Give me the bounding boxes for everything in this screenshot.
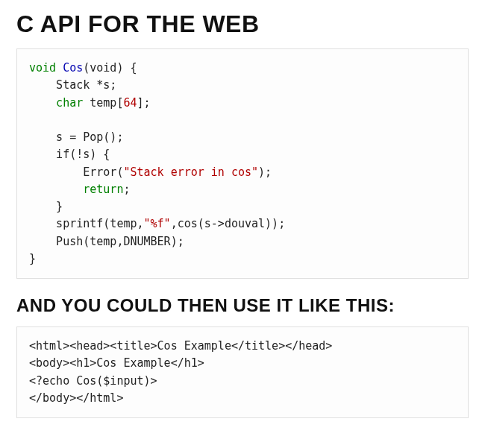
code-line: } [29,200,63,213]
code-token-string: "%f" [144,217,171,230]
code-token-keyword: char [29,96,83,110]
code-token: (void) { [83,61,137,75]
code-line: Stack *s; [29,78,116,92]
code-token-string: "Stack error in cos" [123,165,258,179]
code-token-keyword: void [29,61,56,75]
code-token: ; [123,183,130,196]
code-token: ,cos(s->douval)); [171,217,286,230]
code-token: ); [258,165,272,179]
code-line: if(!s) { [29,148,110,161]
code-token: sprintf(temp, [29,217,144,230]
code-token-number: 64 [123,96,137,110]
code-line: Push(temp,DNUMBER); [29,235,184,248]
code-line: <?echo Cos($input)> [29,374,157,388]
code-block-c: void Cos(void) { Stack *s; char temp[64]… [16,48,469,279]
section-title: AND YOU COULD THEN USE IT LIKE THIS: [16,295,469,316]
code-token: temp[ [83,96,123,110]
code-line: s = Pop(); [29,130,123,144]
code-token: ]; [137,96,151,110]
page: C API FOR THE WEB void Cos(void) { Stack… [0,0,485,441]
code-token-keyword: return [29,183,123,196]
code-token-function: Cos [63,61,83,75]
page-title: C API FOR THE WEB [16,10,469,38]
code-block-html: <html><head><title>Cos Example</title></… [16,326,469,418]
code-line: <body><h1>Cos Example</h1> [29,356,204,370]
code-token: Error( [29,165,123,179]
code-line: </body></html> [29,391,123,405]
code-line: <html><head><title>Cos Example</title></… [29,339,332,353]
code-line: } [29,252,36,265]
